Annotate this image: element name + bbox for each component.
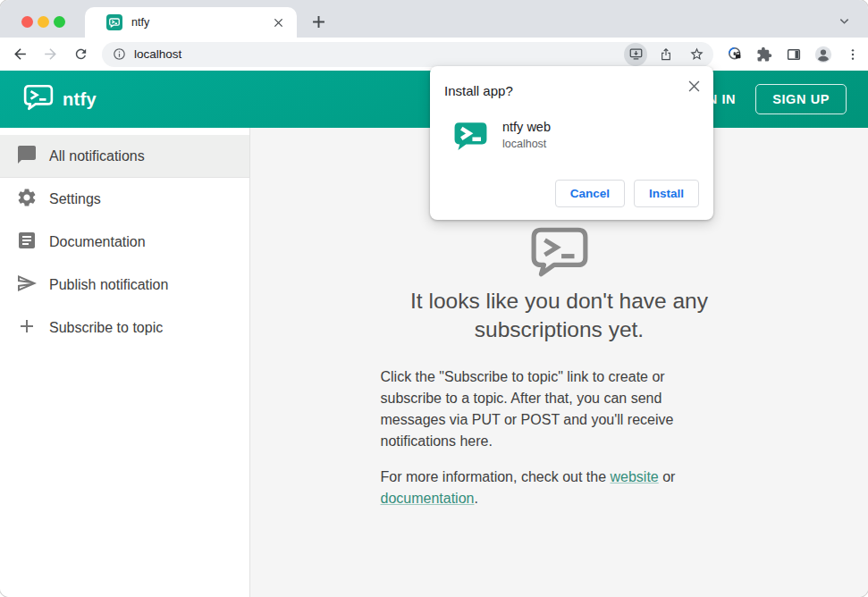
ntfy-favicon xyxy=(106,14,122,30)
bookmark-star-icon[interactable] xyxy=(685,43,708,66)
kebab-menu-icon[interactable] xyxy=(842,44,864,65)
tab-search-chevron-icon[interactable] xyxy=(834,11,854,30)
cancel-button[interactable]: Cancel xyxy=(555,180,625,207)
paragraph2-mid: or xyxy=(659,469,676,484)
share-icon[interactable] xyxy=(654,43,678,66)
address-bar[interactable]: localhost xyxy=(102,42,713,67)
sign-up-button[interactable]: SIGN UP xyxy=(755,84,847,114)
ntfy-logo-icon xyxy=(23,84,54,114)
sidebar-item-label: All notifications xyxy=(49,148,145,164)
documentation-link[interactable]: documentation xyxy=(381,491,475,506)
traffic-light-zoom[interactable] xyxy=(54,16,65,28)
ntfy-logo-large-icon xyxy=(381,226,738,278)
empty-paragraph-1: Click the "Subscribe to topic" link to c… xyxy=(381,366,681,452)
install-app-icon[interactable] xyxy=(624,43,647,66)
sidebar: All notifications Settings Documentation xyxy=(0,128,250,597)
reload-icon[interactable] xyxy=(68,42,93,67)
chat-bubble-icon xyxy=(16,144,38,169)
sidebar-item-label: Publish notification xyxy=(49,277,168,293)
install-dialog-buttons: Cancel Install xyxy=(555,180,699,207)
install-dialog-title: Install app? xyxy=(444,83,699,98)
website-link[interactable]: website xyxy=(611,469,659,484)
send-icon xyxy=(16,273,38,298)
extension-lock-icon[interactable] xyxy=(724,44,746,65)
sidebar-item-subscribe-to-topic[interactable]: Subscribe to topic xyxy=(0,307,249,349)
tab-strip: ntfy xyxy=(0,0,868,38)
paragraph2-prefix: For more information, check out the xyxy=(381,469,611,484)
install-app-texts: ntfy web localhost xyxy=(502,118,551,155)
empty-paragraph-2: For more information, check out the webs… xyxy=(381,467,681,509)
paragraph2-suffix: . xyxy=(474,491,477,506)
toolbar-extensions xyxy=(724,44,864,65)
empty-heading: It looks like you don't have any subscri… xyxy=(381,287,738,344)
sidebar-item-label: Subscribe to topic xyxy=(49,320,163,336)
side-panel-icon[interactable] xyxy=(783,44,805,65)
omnibox-actions xyxy=(624,43,708,66)
extensions-puzzle-icon[interactable] xyxy=(754,44,775,65)
profile-avatar-icon[interactable] xyxy=(813,44,834,65)
dialog-close-icon[interactable] xyxy=(685,77,703,95)
sidebar-item-label: Settings xyxy=(49,191,101,207)
browser-window: ntfy localhost xyxy=(0,0,868,597)
install-app-dialog: Install app? ntfy web localhost Cancel I… xyxy=(430,66,713,220)
tab-close-icon[interactable] xyxy=(270,14,286,30)
install-app-info: ntfy web localhost xyxy=(452,118,699,155)
install-button[interactable]: Install xyxy=(634,180,699,207)
sidebar-item-publish-notification[interactable]: Publish notification xyxy=(0,264,249,307)
tab-title: ntfy xyxy=(131,16,270,29)
install-app-origin: localhost xyxy=(502,138,551,150)
sidebar-item-settings[interactable]: Settings xyxy=(0,178,249,221)
browser-tab[interactable]: ntfy xyxy=(85,7,297,38)
brand-name: ntfy xyxy=(63,89,97,110)
new-tab-icon[interactable] xyxy=(308,11,329,32)
gear-icon xyxy=(16,187,38,212)
install-app-name: ntfy web xyxy=(502,120,551,134)
plus-icon xyxy=(16,315,38,341)
address-url: localhost xyxy=(134,47,624,61)
empty-state: It looks like you don't have any subscri… xyxy=(381,226,738,509)
traffic-light-close[interactable] xyxy=(21,16,33,28)
document-icon xyxy=(16,230,38,255)
ntfy-app-icon xyxy=(452,118,489,155)
sidebar-item-label: Documentation xyxy=(49,234,146,250)
forward-icon[interactable] xyxy=(38,42,63,67)
back-icon[interactable] xyxy=(7,42,32,67)
info-icon[interactable] xyxy=(113,47,126,61)
brand: ntfy xyxy=(23,84,97,114)
traffic-light-minimize[interactable] xyxy=(38,16,49,28)
sidebar-item-documentation[interactable]: Documentation xyxy=(0,221,249,264)
sidebar-item-all-notifications[interactable]: All notifications xyxy=(0,135,249,178)
